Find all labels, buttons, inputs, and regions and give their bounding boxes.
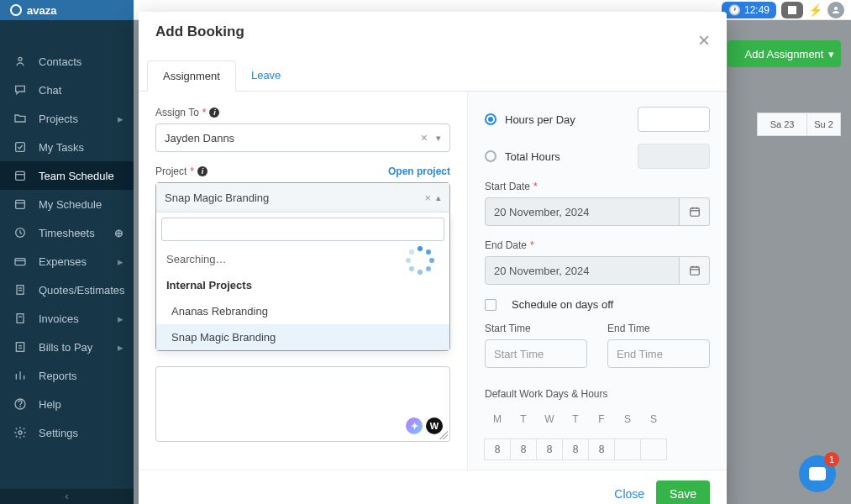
sidebar-item-settings[interactable]: Settings [0, 418, 134, 447]
workday-value[interactable] [614, 438, 641, 460]
resize-handle-icon[interactable] [439, 431, 448, 439]
assign-to-value: Jayden Danns [165, 132, 234, 144]
tab-leave[interactable]: Leave [236, 60, 296, 91]
report-icon [13, 369, 27, 382]
sidebar-item-label: Quotes/Estimates [39, 284, 125, 297]
doc2-icon [13, 312, 27, 325]
dropdown-item[interactable]: Ananas Rebranding [156, 298, 449, 324]
chevron-up-icon[interactable]: ▴ [436, 192, 441, 203]
sidebar-item-label: Settings [39, 427, 78, 439]
start-date-picker-button[interactable] [680, 197, 710, 226]
workday-value[interactable]: 8 [484, 438, 511, 460]
sidebar-item-team-schedule[interactable]: Team Schedule [0, 161, 134, 190]
sidebar-item-expenses[interactable]: Expenses▸ [0, 247, 134, 276]
project-search-input[interactable] [161, 218, 444, 241]
clear-icon[interactable]: × [416, 131, 433, 144]
timer-pill[interactable]: 🕐 12:49 [722, 2, 776, 18]
project-selected-row[interactable]: Snap Magic Branding × ▴ [156, 183, 449, 212]
dropdown-searching-status: Searching… [156, 246, 449, 272]
sidebar-item-my-tasks[interactable]: My Tasks [0, 133, 134, 161]
sidebar-item-label: Help [39, 398, 61, 411]
svg-point-17 [18, 431, 22, 434]
stop-icon [788, 6, 796, 14]
svg-point-16 [20, 407, 21, 407]
required-star: * [202, 107, 207, 118]
timer-stop-button[interactable] [781, 2, 803, 18]
chevron-down-icon[interactable]: ▾ [433, 133, 441, 144]
hours-per-day-radio[interactable] [485, 113, 496, 125]
bolt-icon[interactable]: ⚡ [808, 3, 822, 17]
clear-icon[interactable]: × [419, 192, 436, 204]
modal-left-column: Assign To * i Jayden Danns × ▾ Project* … [139, 92, 468, 470]
svg-rect-14 [16, 343, 24, 352]
user-avatar[interactable] [827, 2, 844, 18]
check-icon [13, 140, 27, 154]
add-assignment-button[interactable]: Add Assignment ▾ [728, 40, 841, 67]
end-time-input[interactable]: End Time [607, 339, 710, 368]
plus-icon[interactable]: ⊕ [114, 227, 123, 239]
sidebar-item-help[interactable]: Help [0, 390, 134, 418]
tab-assignment[interactable]: Assignment [147, 60, 236, 92]
loading-spinner-icon [406, 246, 434, 275]
sparkle-icon[interactable]: ✦ [406, 417, 423, 434]
days-off-checkbox[interactable] [485, 299, 496, 311]
assign-to-label: Assign To * i [155, 107, 450, 118]
add-booking-modal: Add Booking × Assignment Leave Assign To… [139, 12, 727, 504]
sidebar-item-label: Chat [39, 84, 61, 97]
chevron-right-icon: ▸ [118, 312, 123, 325]
svg-rect-1 [16, 143, 25, 152]
sidebar-item-bills-to-pay[interactable]: Bills to Pay▸ [0, 333, 134, 361]
total-hours-radio[interactable] [485, 150, 496, 162]
info-icon[interactable]: i [197, 166, 207, 176]
sidebar-item-my-schedule[interactable]: My Schedule [0, 190, 134, 218]
assign-to-select[interactable]: Jayden Danns × ▾ [155, 123, 450, 152]
sidebar-item-reports[interactable]: Reports [0, 361, 134, 390]
clock-icon [13, 226, 27, 239]
calendar-icon [13, 169, 27, 182]
dropdown-item[interactable]: Snap Magic Branding [156, 324, 449, 350]
doc-icon [13, 283, 27, 297]
intercom-chat-button[interactable]: 1 [799, 455, 836, 492]
open-project-link[interactable]: Open project [388, 165, 450, 177]
close-button[interactable]: Close [614, 487, 644, 501]
sidebar-item-label: Reports [39, 370, 77, 382]
svg-point-0 [18, 57, 22, 60]
workday-value[interactable]: 8 [510, 438, 537, 460]
workday-header: W [536, 408, 563, 430]
card-icon [13, 255, 27, 268]
sidebar-item-invoices[interactable]: Invoices▸ [0, 304, 134, 333]
start-time-label: Start Time [485, 323, 587, 334]
notes-textarea[interactable]: ✦ W [155, 366, 450, 442]
sidebar-item-chat[interactable]: Chat [0, 76, 134, 104]
sidebar: avaza ContactsChatProjects▸My TasksTeam … [0, 0, 134, 504]
start-time-input[interactable]: Start Time [485, 339, 587, 368]
hours-per-day-input[interactable] [638, 107, 710, 132]
sidebar-collapse[interactable]: ‹ [0, 489, 134, 504]
workday-value[interactable]: 8 [562, 438, 589, 460]
save-button[interactable]: Save [656, 480, 710, 504]
end-date-picker-button[interactable] [680, 256, 710, 285]
workday-value[interactable] [640, 438, 667, 460]
workday-value[interactable]: 8 [536, 438, 563, 460]
workday-header: T [510, 408, 537, 430]
users-icon [13, 55, 27, 68]
sidebar-item-timesheets[interactable]: Timesheets⊕ [0, 218, 134, 247]
total-hours-input [638, 144, 710, 169]
sidebar-item-label: Team Schedule [39, 170, 114, 182]
project-select-open[interactable]: Snap Magic Branding × ▴ Searching… [155, 182, 450, 351]
start-date-label: Start Date * [485, 181, 710, 192]
modal-close-button[interactable]: × [698, 29, 710, 52]
sidebar-item-projects[interactable]: Projects▸ [0, 104, 134, 133]
workday-headers: MTWTFSS [485, 408, 710, 430]
workday-header: M [484, 408, 511, 430]
svg-point-19 [834, 7, 838, 10]
end-date-input[interactable]: 20 November, 2024 [485, 256, 680, 285]
logo-bar[interactable]: avaza [0, 0, 134, 20]
chat-badge: 1 [824, 452, 839, 467]
sidebar-item-quotes-estimates[interactable]: Quotes/Estimates [0, 276, 134, 304]
workday-value[interactable]: 8 [588, 438, 615, 460]
start-date-input[interactable]: 20 November, 2024 [485, 197, 680, 226]
info-icon[interactable]: i [209, 108, 219, 118]
sidebar-item-contacts[interactable]: Contacts [0, 47, 134, 76]
chevron-right-icon: ▸ [118, 255, 123, 268]
